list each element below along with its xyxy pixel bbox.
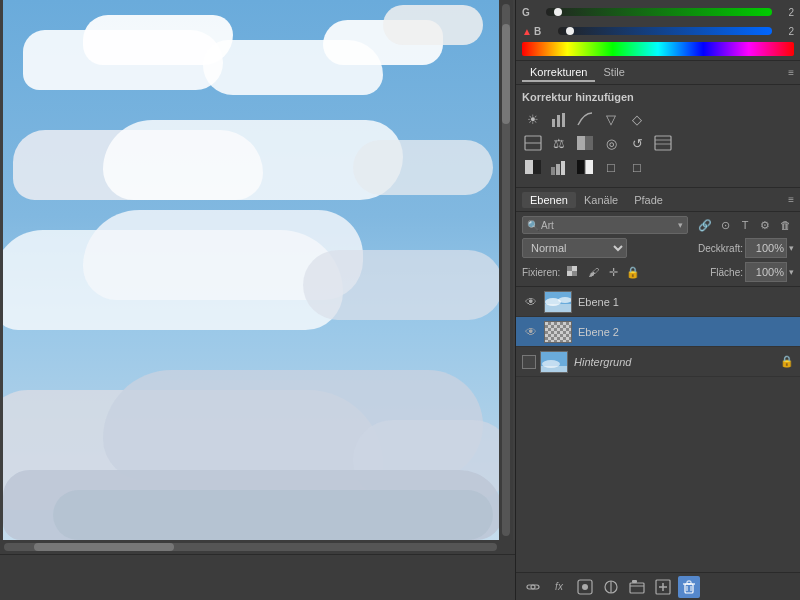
korr-icon-hsl[interactable] — [522, 133, 544, 153]
canvas-vertical-scrollbar[interactable] — [499, 0, 513, 540]
cloud — [353, 140, 493, 195]
layer-name-3: Hintergrund — [574, 356, 780, 368]
layer-list[interactable]: 👁 Ebene 1 👁 — [516, 287, 800, 572]
search-dropdown-icon[interactable]: ▾ — [678, 220, 683, 230]
eye-icon: 👁 — [525, 295, 537, 309]
layer-thumbnail-1 — [544, 291, 572, 313]
layer-search-box[interactable]: 🔍 Art ▾ — [522, 216, 688, 234]
g-slider-thumb[interactable] — [554, 8, 562, 16]
svg-rect-13 — [556, 164, 560, 175]
svg-rect-34 — [632, 580, 637, 583]
layer-adjust-icon[interactable]: ⚙ — [756, 216, 774, 234]
svg-point-28 — [542, 360, 560, 368]
blend-mode-select[interactable]: Normal — [522, 238, 627, 258]
fix-lock-icon[interactable]: 🔒 — [624, 263, 642, 281]
scrollbar-thumb-h[interactable] — [34, 543, 174, 551]
color-gradient-bar[interactable] — [522, 42, 794, 56]
tab-ebenen[interactable]: Ebenen — [522, 192, 576, 208]
layer-checkbox-3[interactable] — [522, 355, 536, 369]
layer-link-button[interactable] — [522, 576, 544, 598]
layer-text-icon[interactable]: T — [736, 216, 754, 234]
svg-rect-0 — [552, 119, 555, 127]
korr-icon-levels[interactable] — [548, 109, 570, 129]
korr-icon-posterize[interactable] — [548, 157, 570, 177]
layer-control-row3: Fixieren: 🖌 ✛ 🔒 Fläche: — [522, 262, 794, 282]
svg-rect-15 — [577, 160, 585, 174]
flaeche-control: Fläche: ▾ — [710, 262, 794, 282]
b-label: B — [534, 26, 554, 37]
layer-mask-button[interactable] — [574, 576, 596, 598]
opacity-input[interactable] — [745, 238, 787, 258]
korr-icon-vibrance[interactable]: ◇ — [626, 109, 648, 129]
status-bar — [0, 554, 515, 600]
tab-kanaele[interactable]: Kanäle — [576, 192, 626, 208]
opacity-label: Deckkraft: — [698, 243, 743, 254]
svg-rect-33 — [630, 583, 644, 593]
scrollbar-thumb-v[interactable] — [502, 24, 510, 124]
layer-adjustment-button[interactable] — [600, 576, 622, 598]
svg-rect-2 — [562, 113, 565, 127]
canvas-image — [3, 0, 513, 540]
korr-icon-brightness[interactable]: ☀ — [522, 109, 544, 129]
layer-new-button[interactable] — [652, 576, 674, 598]
layer-fx-button[interactable]: fx — [548, 576, 570, 598]
korr-icon-gradient-map[interactable]: □ — [600, 157, 622, 177]
flaeche-input[interactable] — [745, 262, 787, 282]
table-row[interactable]: 👁 Ebene 2 — [516, 317, 800, 347]
table-row[interactable]: 👁 Ebene 1 — [516, 287, 800, 317]
korr-icon-invert[interactable] — [522, 157, 544, 177]
layers-menu-button[interactable]: ≡ — [788, 194, 794, 205]
opacity-control: Deckkraft: ▾ — [698, 238, 794, 258]
svg-rect-12 — [551, 167, 555, 175]
layer-delete-button[interactable] — [678, 576, 700, 598]
korr-icon-curves[interactable] — [574, 109, 596, 129]
korrekturen-menu-button[interactable]: ≡ — [788, 67, 794, 78]
korrektur-icons-row1: ☀ ▽ ◇ — [522, 109, 794, 129]
korr-icon-selective-color[interactable]: □ — [626, 157, 648, 177]
g-slider-track[interactable] — [546, 8, 772, 16]
korr-icon-colorbalance[interactable]: ⚖ — [548, 133, 570, 153]
opacity-dropdown-icon[interactable]: ▾ — [789, 243, 794, 253]
g-slider-row: G 2 — [522, 4, 794, 20]
flaeche-label: Fläche: — [710, 267, 743, 278]
korr-icon-bw[interactable] — [574, 133, 596, 153]
table-row[interactable]: Hintergrund 🔒 — [516, 347, 800, 377]
layer-visibility-2[interactable]: 👁 — [522, 323, 540, 341]
layer-visibility-1[interactable]: 👁 — [522, 293, 540, 311]
svg-rect-19 — [572, 266, 577, 271]
tab-pfade[interactable]: Pfade — [626, 192, 671, 208]
layer-trash-small-icon[interactable]: 🗑 — [776, 216, 794, 234]
svg-point-25 — [558, 297, 572, 303]
korr-icon-exposure[interactable]: ▽ — [600, 109, 622, 129]
korr-icon-photofilter[interactable]: ◎ — [600, 133, 622, 153]
layer-thumbnail-2 — [544, 321, 572, 343]
layer-mask-icon[interactable]: ⊙ — [716, 216, 734, 234]
svg-rect-10 — [525, 160, 533, 174]
korr-icon-threshold[interactable] — [574, 157, 596, 177]
fix-transparency-icon[interactable] — [564, 263, 582, 281]
korr-icon-colorlookup[interactable] — [652, 133, 674, 153]
b-slider-thumb[interactable] — [566, 27, 574, 35]
color-sliders-panel: G 2 ▲ B 2 — [516, 0, 800, 61]
svg-rect-16 — [585, 160, 593, 174]
triangle-warning-icon: ▲ — [522, 26, 532, 37]
svg-rect-6 — [585, 136, 593, 150]
layers-tabs: Ebenen Kanäle Pfade ≡ — [516, 188, 800, 212]
fix-paint-icon[interactable]: 🖌 — [584, 263, 602, 281]
b-slider-track[interactable] — [558, 27, 772, 35]
flaeche-dropdown-icon[interactable]: ▾ — [789, 267, 794, 277]
tab-stile[interactable]: Stile — [595, 64, 632, 82]
layer-group-button[interactable] — [626, 576, 648, 598]
canvas-horizontal-scrollbar[interactable] — [0, 540, 501, 554]
layer-link-icon[interactable]: 🔗 — [696, 216, 714, 234]
fix-move-icon[interactable]: ✛ — [604, 263, 622, 281]
svg-rect-7 — [655, 136, 671, 150]
svg-rect-21 — [572, 271, 577, 276]
korrektur-icons-row3: □ □ — [522, 157, 794, 177]
korrekturen-tabs: Korrekturen Stile ≡ — [516, 61, 800, 85]
korrektur-panel: Korrektur hinzufügen ☀ ▽ ◇ ⚖ — [516, 85, 800, 188]
eye-icon: 👁 — [525, 325, 537, 339]
svg-rect-20 — [567, 271, 572, 276]
tab-korrekturen[interactable]: Korrekturen — [522, 64, 595, 82]
korr-icon-channelmixer[interactable]: ↺ — [626, 133, 648, 153]
